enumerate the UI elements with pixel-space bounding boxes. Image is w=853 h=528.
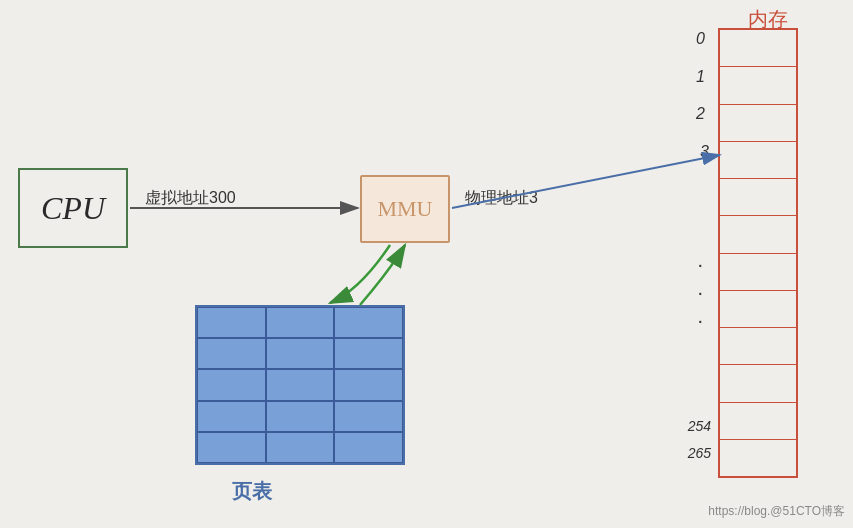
memory-row-4 — [720, 179, 796, 216]
page-table-grid — [197, 307, 403, 463]
table-row — [334, 338, 403, 369]
table-row — [197, 401, 266, 432]
table-row — [334, 369, 403, 400]
memory-row-10 — [720, 403, 796, 440]
memory-row-2 — [720, 105, 796, 142]
table-row — [266, 432, 335, 463]
memory-dots: ··· — [697, 250, 703, 334]
memory-row-3 — [720, 142, 796, 179]
memory-title: 内存 — [748, 6, 788, 33]
table-row — [334, 401, 403, 432]
mmu-box: MMU — [360, 175, 450, 243]
cpu-box: CPU — [18, 168, 128, 248]
memory-row-7 — [720, 291, 796, 328]
memory-row-5 — [720, 216, 796, 253]
page-table-label: 页表 — [232, 478, 272, 505]
table-row — [197, 338, 266, 369]
memory-row-9 — [720, 365, 796, 402]
watermark: https://blog.@51CTO博客 — [708, 503, 845, 520]
table-row — [197, 432, 266, 463]
table-row — [334, 432, 403, 463]
table-row — [334, 307, 403, 338]
memory-row-0 — [720, 30, 796, 67]
table-row — [266, 401, 335, 432]
mmu-label: MMU — [377, 196, 432, 222]
memory-label-1: 1 — [696, 68, 705, 86]
table-row — [266, 369, 335, 400]
memory-row-6 — [720, 254, 796, 291]
memory-row-8 — [720, 328, 796, 365]
memory-rows — [720, 30, 796, 476]
diagram-container: CPU MMU 页表 — [0, 0, 853, 528]
mmu-to-pagetable-arrow — [330, 245, 390, 303]
memory-label-3: 3 — [700, 143, 709, 161]
memory-row-11 — [720, 440, 796, 476]
memory-label-0: 0 — [696, 30, 705, 48]
memory-label-255: 265 — [688, 445, 711, 461]
physical-address-label: 物理地址3 — [465, 188, 538, 209]
virtual-address-label: 虚拟地址300 — [145, 188, 236, 209]
table-row — [197, 369, 266, 400]
table-row — [266, 307, 335, 338]
memory-row-1 — [720, 67, 796, 104]
memory-label-254: 254 — [688, 418, 711, 434]
table-row — [197, 307, 266, 338]
memory-label-2: 2 — [696, 105, 705, 123]
cpu-label: CPU — [41, 190, 105, 227]
page-table — [195, 305, 405, 465]
table-row — [266, 338, 335, 369]
memory-box — [718, 28, 798, 478]
pagetable-to-mmu-arrow — [360, 245, 405, 305]
